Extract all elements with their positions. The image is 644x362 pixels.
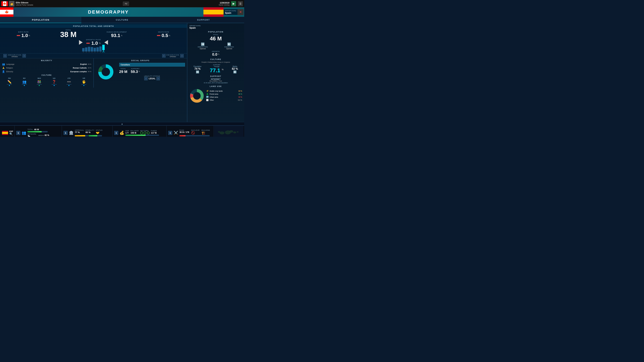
emigration-prev[interactable]: ‹ <box>162 54 166 57</box>
birth-rate-value: 1.0 <box>22 33 28 38</box>
birth-rate-label: BIRTH RATE <box>17 31 30 33</box>
forest-icon: 🌲 <box>206 93 209 95</box>
religion-value: Roman Catholic <box>73 67 87 69</box>
svg-point-15 <box>218 131 220 133</box>
right-sidebar: Selected country Spain POPULATION TOTAL … <box>187 23 244 122</box>
gdp-bar <box>126 135 159 136</box>
sidebar-culture: CULTURE People's Parliamentary Group in … <box>189 58 242 73</box>
sidebar-sel-label: Selected country <box>189 25 242 26</box>
social-support-value: 59.3 % <box>131 69 140 74</box>
sidebar-avg-support: SUPPORTAverage 77.1 % <box>210 64 224 73</box>
pop-total-header: POPULATION TOTAL AND GROWTH <box>0 24 187 28</box>
sidebar-total-label: TOTAL <box>189 34 242 35</box>
game-date: 1/29/2019 <box>219 1 230 4</box>
pop-section-number: 1 <box>16 131 20 135</box>
media-label-bottom: MEDIA <box>38 135 44 136</box>
sidebar-growth-label: GROWTH <box>189 51 242 52</box>
arrow-left-icon <box>104 40 108 45</box>
sidebar-population: POPULATION TOTAL 46 M ➡️ IMMIGRATION Ope… <box>189 31 242 57</box>
sidebar-growth: GROWTH 0.0 % <box>189 51 242 57</box>
spain-section: ESP 🔍 <box>1 126 14 137</box>
close-button[interactable]: ✕ <box>238 9 244 15</box>
emigration-status: OPENED <box>166 56 179 57</box>
language-pct: 64 % <box>88 63 92 65</box>
immigration-prev[interactable]: ‹ <box>3 54 7 57</box>
emigration-next[interactable]: › <box>180 54 184 57</box>
pop-support-icon: ➡️ <box>194 70 202 73</box>
land-use-donut <box>189 88 204 103</box>
left-panel: POPULATION TOTAL AND GROWTH BIRTH RATE 1… <box>0 23 187 122</box>
social-total-value: 29 M <box>119 69 128 74</box>
immigration-arrow-icon: ➡️ <box>198 42 208 46</box>
canada-flag: 🍁 <box>1 1 8 6</box>
approval-section-number: 1 <box>64 131 68 135</box>
pop-total-label: TOTAL <box>28 129 33 130</box>
chart-bar-18: 18 <box>99 46 102 53</box>
internet-label: INTERNET <box>189 78 242 80</box>
legal-next[interactable]: › <box>156 77 160 80</box>
balance-value: 150 B <box>131 132 139 134</box>
player-info: Ellis Gibson Liberal Party Canada <box>16 1 33 6</box>
play-button[interactable]: ▶ <box>231 1 236 6</box>
sidebar-media-support: Media 82 % ⬅️ <box>232 65 238 73</box>
sidebar-emig-status: Opened <box>224 48 234 50</box>
growth-block: GROWTH RATE 1.0 % <box>86 39 101 46</box>
gdp-value: 1 T <box>126 132 129 134</box>
culture-idv: IDV 👥 <box>22 77 27 86</box>
mas-icon: 👫 <box>37 80 42 84</box>
toggle-bar[interactable]: ▲ <box>0 122 244 125</box>
search-icon[interactable]: 🔍 <box>10 132 13 136</box>
death-rate-block: DEATH RATE 0.5 % <box>157 31 170 38</box>
menu-button[interactable]: ☰ <box>238 1 243 6</box>
tab-population[interactable]: POPULATION <box>0 17 81 23</box>
sidebar-culture-title: CULTURE <box>189 58 242 60</box>
approval-stats: APPROVAL 77 % STABILITY 65 % STATUS 🤝 <box>75 129 102 136</box>
military-icon: ⚔️ <box>174 131 178 135</box>
ethnicity-pct: 84 % <box>88 71 92 72</box>
uai-icon: ❓ <box>52 80 57 84</box>
land-urban-row: 🏙️ Urban area 10 % <box>206 96 242 98</box>
population-chart: 12 13 14 15 <box>7 46 180 53</box>
gdp-label: GDP <box>126 130 129 132</box>
sidebar-support: SUPPORT INTERNET ALLOWED, Free 41 M user… <box>189 75 242 84</box>
selected-value: Spain <box>225 11 236 14</box>
sidebar-internet: INTERNET ALLOWED, Free 41 M users, 89 % … <box>189 78 242 84</box>
status-icon: 🤝 <box>96 131 102 135</box>
culture-pdi: PDI ✏️ <box>7 77 12 86</box>
approval-icon: 🏛️ <box>69 131 74 135</box>
majority-religion: 🙏 Religion Roman Catholic 39 % <box>2 66 92 69</box>
arable-pct: 34 % <box>238 90 242 92</box>
bottom-population: 1 👥 TOTAL 46 M NETWORK 📡 MEDIA 82 % <box>15 126 62 137</box>
death-rate-label: DEATH RATE <box>157 31 170 33</box>
language-value: English <box>80 63 87 65</box>
game-status: Game running <box>219 4 230 6</box>
balance-label: BALANCE <box>131 130 139 132</box>
toggle-arrow-icon: ▲ <box>121 123 123 125</box>
network-label: NETWORK <box>28 133 36 135</box>
stability-bar <box>88 135 102 136</box>
svg-point-12 <box>220 131 224 134</box>
urban-icon: 🏙️ <box>206 96 209 98</box>
media-icon: ⬅️ <box>232 70 238 73</box>
mil-stats: RANK 36 th / 178 NUCLEAR 🚫 BUILDING 🏗️ <box>180 129 210 136</box>
network-icon: 📡 <box>28 135 36 137</box>
tab-support[interactable]: SUPPORT <box>163 17 244 23</box>
immigration-next[interactable]: › <box>22 54 26 57</box>
other-icon: ⬜ <box>206 99 209 101</box>
tab-culture[interactable]: CULTURE <box>81 17 163 23</box>
culture-lto: LTO ➖ <box>66 77 72 86</box>
gdp-icon: 💰 <box>120 131 124 135</box>
tabs-row: POPULATION CULTURE SUPPORT <box>0 17 244 23</box>
ad-button[interactable]: Ad <box>123 2 129 6</box>
social-support: SUPPORT 59.3 % <box>131 68 140 74</box>
sidebar-support-title: SUPPORT <box>189 75 242 77</box>
legal-prev[interactable]: ‹ <box>144 77 148 80</box>
internet-detail: 41 M users, 89 % of total population <box>189 82 242 84</box>
sidebar-imm-emig: ➡️ IMMIGRATION Opened ⬅️ EMIGRATION Open… <box>189 42 242 50</box>
social-groups-content: Canadians TOTAL 29 M SUPPORT <box>96 63 185 81</box>
svg-point-16 <box>237 131 239 133</box>
culture-title: CULTURE <box>2 74 92 76</box>
support-avg-value: 77.1 % <box>210 67 224 73</box>
sidebar-total: TOTAL 46 M <box>189 34 242 42</box>
social-groups-title: SOCIAL GROUPS <box>96 60 185 61</box>
